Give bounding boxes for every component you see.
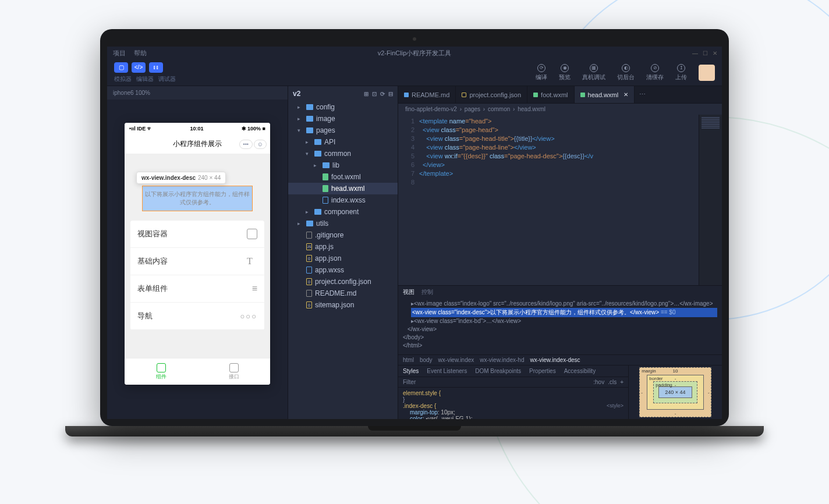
capsule-menu-icon[interactable]: •••: [239, 140, 253, 149]
simulator-toggle[interactable]: ▢: [114, 62, 128, 73]
json-file-icon: {}: [306, 301, 312, 308]
hov-toggle[interactable]: :hov: [593, 379, 604, 385]
list-item[interactable]: 导航○○○: [130, 303, 264, 330]
css-rules[interactable]: element.style { } <style>.index-desc { m…: [398, 388, 628, 419]
simulator-panel: iphone6 100% •ııl IDE ᯤ 10:01 ✱ 100% ■ 小…: [107, 86, 288, 419]
dom-inspector[interactable]: ▸<wx-image class="index-logo" src="../re…: [398, 299, 722, 354]
file-head-wxml[interactable]: head.wxml: [288, 183, 398, 194]
wxml-file-icon: [323, 173, 328, 180]
tab-foot[interactable]: foot.wxml: [527, 86, 574, 103]
user-avatar[interactable]: [699, 65, 715, 81]
minimap[interactable]: [699, 115, 722, 285]
tab-api[interactable]: 接口: [197, 359, 270, 385]
camera-dot: [413, 37, 416, 41]
inspected-element-highlight: 以下将展示小程序官方组件能力，组件样式仅供参考。: [142, 186, 253, 211]
toolbar: ▢ </> ⫾⫾ 模拟器 编辑器 调试器 ⟳编译 ◉预览 ▦真机调试 ◐切后台 …: [107, 59, 722, 86]
folder-image[interactable]: ▸image: [288, 113, 398, 125]
styles-tab[interactable]: Styles: [403, 368, 419, 374]
wxss-file-icon: [323, 197, 328, 204]
json-file-icon: {}: [306, 278, 312, 285]
file-sitemap[interactable]: {}sitemap.json: [288, 299, 398, 311]
close-icon[interactable]: ✕: [713, 50, 717, 56]
background-button[interactable]: ◐切后台: [617, 64, 635, 81]
file-explorer: v2 ⊞ ⊡ ⟳ ⊟ ▸config ▸image ▾pages ▸API ▾c…: [288, 86, 398, 419]
list-item[interactable]: 视图容器: [130, 221, 264, 248]
upload-button[interactable]: ↥上传: [675, 64, 687, 81]
list-item[interactable]: 表单组件≡: [130, 275, 264, 303]
json-file-icon: [462, 93, 466, 97]
devtools-tab-view[interactable]: 视图: [403, 288, 414, 296]
code-editor[interactable]: 12345678 <template name="head"> <view cl…: [398, 115, 722, 285]
code-content[interactable]: <template name="head"> <view class="page…: [419, 115, 699, 285]
file-appwxss[interactable]: app.wxss: [288, 264, 398, 276]
dom-breakpoints-tab[interactable]: DOM Breakpoints: [475, 368, 521, 374]
file-appjs[interactable]: JSapp.js: [288, 241, 398, 253]
new-folder-icon[interactable]: ⊡: [372, 91, 377, 97]
laptop-mockup: 项目 帮助 v2-FinClip小程序开发工具 — ☐ ✕ ▢ </> ⫾⫾ 模…: [100, 29, 729, 436]
battery-indicator: ✱ 100% ■: [242, 126, 265, 132]
wxml-file-icon: [580, 93, 585, 97]
folder-icon: [314, 209, 321, 215]
clear-cache-button[interactable]: ⊘清缓存: [646, 64, 664, 81]
folder-common[interactable]: ▾common: [288, 148, 398, 159]
folder-component[interactable]: ▸component: [288, 206, 398, 218]
device-info[interactable]: iphone6 100%: [107, 86, 288, 100]
capsule-close-icon[interactable]: ⊙: [254, 140, 267, 149]
folder-pages[interactable]: ▾pages: [288, 125, 398, 136]
properties-tab[interactable]: Properties: [529, 368, 556, 374]
styles-filter-input[interactable]: Filter: [403, 379, 416, 385]
folder-lib[interactable]: ▸lib: [288, 159, 398, 171]
minimize-icon[interactable]: —: [692, 50, 698, 56]
accessibility-tab[interactable]: Accessibility: [564, 368, 596, 374]
breadcrumb[interactable]: fino-applet-demo-v2 › pages › common › h…: [398, 104, 722, 115]
folder-icon: [306, 127, 313, 133]
maximize-icon[interactable]: ☐: [703, 50, 708, 56]
file-foot-wxml[interactable]: foot.wxml: [288, 171, 398, 183]
preview-button[interactable]: ◉预览: [559, 64, 571, 81]
wxss-file-icon: [306, 267, 312, 274]
ide-window: 项目 帮助 v2-FinClip小程序开发工具 — ☐ ✕ ▢ </> ⫾⫾ 模…: [107, 47, 722, 419]
collapse-icon[interactable]: ⊟: [388, 91, 393, 97]
box-model[interactable]: margin 10 - - - border - padding - 240 ×…: [629, 365, 722, 419]
file-projectconfig[interactable]: {}project.config.json: [288, 276, 398, 288]
remote-debug-button[interactable]: ▦真机调试: [582, 64, 605, 81]
folder-icon: [314, 139, 321, 145]
folder-utils[interactable]: ▸utils: [288, 218, 398, 229]
list-item[interactable]: 基础内容T: [130, 248, 264, 275]
new-rule-button[interactable]: +: [620, 379, 623, 385]
debugger-toggle[interactable]: ⫾⫾: [149, 62, 163, 73]
more-icon: ○○○: [240, 312, 257, 321]
wxml-file-icon: [533, 93, 538, 97]
dom-breadcrumb[interactable]: html body wx-view.index wx-view.index-hd…: [398, 354, 722, 365]
folder-api[interactable]: ▸API: [288, 136, 398, 148]
folder-config[interactable]: ▸config: [288, 101, 398, 113]
clock: 10:01: [190, 126, 204, 132]
page-title: 小程序组件展示: [173, 139, 222, 149]
new-file-icon[interactable]: ⊞: [364, 91, 369, 97]
file-readme[interactable]: README.md: [288, 288, 398, 299]
tab-head[interactable]: head.wxml✕: [575, 86, 635, 103]
tab-readme[interactable]: README.md: [398, 86, 456, 103]
js-file-icon: JS: [306, 243, 312, 250]
refresh-icon[interactable]: ⟳: [380, 91, 385, 97]
cls-toggle[interactable]: .cls: [608, 379, 617, 385]
styles-panel: Styles Event Listeners DOM Breakpoints P…: [398, 365, 629, 419]
close-tab-icon[interactable]: ✕: [623, 91, 628, 98]
text-icon: T: [247, 256, 257, 267]
folder-icon: [314, 151, 321, 157]
tab-overflow-icon[interactable]: ⋯: [635, 86, 650, 103]
tab-component[interactable]: 组件: [125, 359, 197, 385]
tab-projectconfig[interactable]: project.config.json: [456, 86, 527, 103]
menu-project[interactable]: 项目: [113, 49, 126, 58]
file-index-wxss[interactable]: index.wxss: [288, 194, 398, 206]
menu-help[interactable]: 帮助: [134, 49, 147, 58]
json-file-icon: {}: [306, 255, 312, 262]
file-appjson[interactable]: {}app.json: [288, 253, 398, 264]
devtools-tab-console[interactable]: 控制: [421, 288, 433, 296]
event-listeners-tab[interactable]: Event Listeners: [427, 368, 467, 374]
file-gitignore[interactable]: .gitignore: [288, 229, 398, 241]
compile-button[interactable]: ⟳编译: [536, 64, 547, 81]
explorer-root[interactable]: v2: [293, 90, 300, 98]
inspector-tooltip: wx-view.index-desc240 × 44: [136, 172, 226, 184]
editor-toggle[interactable]: </>: [132, 62, 146, 73]
